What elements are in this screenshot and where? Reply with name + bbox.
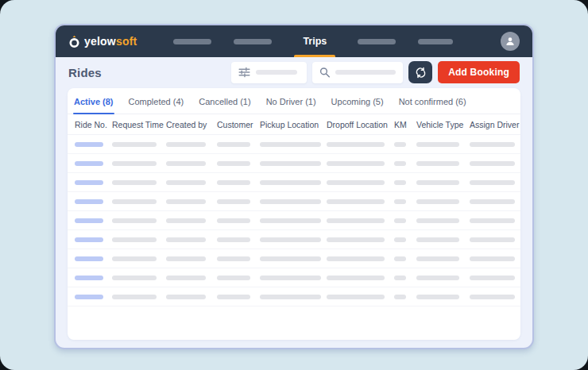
skeleton-bar <box>112 218 157 223</box>
skeleton-bar <box>217 180 250 185</box>
user-avatar[interactable] <box>501 32 520 51</box>
table-row-skeleton <box>68 268 520 287</box>
nav-item-placeholder[interactable] <box>234 39 272 44</box>
tab-no-driver-1[interactable]: No Driver (1) <box>265 97 317 114</box>
cell-skeleton <box>214 218 257 223</box>
skeleton-bar <box>75 295 103 299</box>
cell-skeleton <box>163 295 214 299</box>
tab-active-8[interactable]: Active (8) <box>73 97 114 114</box>
cell-skeleton <box>391 180 413 185</box>
skeleton-bar <box>394 256 406 261</box>
cell-skeleton <box>391 237 413 242</box>
cell-skeleton <box>466 218 516 223</box>
skeleton-bar <box>217 237 250 242</box>
table-row-skeleton <box>68 192 520 211</box>
skeleton-bar <box>394 276 406 280</box>
table-row-skeleton <box>68 154 520 173</box>
cell-skeleton <box>257 256 323 261</box>
skeleton-bar <box>166 199 206 204</box>
cell-skeleton <box>257 142 323 147</box>
cell-skeleton <box>257 295 323 299</box>
cell-skeleton <box>163 161 214 166</box>
skeleton-bar <box>260 237 321 242</box>
cell-skeleton <box>109 256 163 261</box>
skeleton-bar <box>416 295 459 299</box>
tab-upcoming-5[interactable]: Upcoming (5) <box>331 97 385 114</box>
skeleton-bar <box>217 161 250 166</box>
cell-skeleton <box>163 256 214 261</box>
skeleton-bar <box>327 180 385 185</box>
skeleton-bar <box>470 199 515 204</box>
cell-skeleton <box>163 218 214 223</box>
skeleton-bar <box>394 161 406 166</box>
cell-skeleton <box>257 180 323 185</box>
table-row-skeleton <box>68 211 520 230</box>
table-header-row: Ride No.Request TimeCreated byCustomerPi… <box>68 114 520 135</box>
column-header-km: KM <box>391 120 413 129</box>
logo-mark-icon <box>68 35 80 48</box>
cell-skeleton <box>413 295 466 299</box>
cell-skeleton <box>391 218 413 223</box>
cell-skeleton <box>413 180 466 185</box>
cell-skeleton <box>413 218 466 223</box>
skeleton-bar <box>394 142 406 147</box>
page-background: yelowsoft Trips Rides <box>0 0 588 370</box>
cell-skeleton <box>163 276 214 280</box>
nav-item-placeholder[interactable] <box>418 39 453 44</box>
cell-skeleton <box>413 276 466 280</box>
cell-skeleton <box>466 199 516 204</box>
skeleton-bar <box>470 256 515 261</box>
refresh-button[interactable] <box>408 61 432 83</box>
cell-skeleton <box>257 161 323 166</box>
skeleton-bar <box>327 276 385 280</box>
cell-skeleton <box>109 180 163 185</box>
table-row-skeleton <box>68 287 520 306</box>
cell-skeleton <box>109 276 163 280</box>
cell-skeleton <box>72 199 109 204</box>
page-title: Rides <box>68 66 102 79</box>
skeleton-bar <box>394 180 406 185</box>
cell-skeleton <box>109 142 163 147</box>
skeleton-bar <box>416 256 459 261</box>
tab-not-confirmed-6[interactable]: Not confirmed (6) <box>398 97 467 114</box>
skeleton-bar <box>416 237 459 242</box>
skeleton-bar <box>75 180 103 185</box>
skeleton-bar <box>217 276 250 280</box>
skeleton-bar <box>75 256 103 261</box>
table-row-skeleton <box>68 249 520 268</box>
cell-skeleton <box>72 180 109 185</box>
cell-skeleton <box>323 256 391 261</box>
skeleton-bar <box>416 199 459 204</box>
skeleton-bar <box>470 161 515 166</box>
nav-item-placeholder[interactable] <box>173 39 211 44</box>
sliders-filter-icon <box>238 67 250 78</box>
tab-cancelled-1[interactable]: Cancelled (1) <box>198 97 251 114</box>
cell-skeleton <box>214 161 257 166</box>
brand-logo: yelowsoft <box>68 35 137 48</box>
cell-skeleton <box>214 276 257 280</box>
skeleton-bar <box>260 161 321 166</box>
nav-item-placeholder[interactable] <box>358 39 396 44</box>
cell-skeleton <box>257 276 323 280</box>
skeleton-bar <box>394 218 406 223</box>
cell-skeleton <box>413 256 466 261</box>
cell-skeleton <box>391 276 413 280</box>
add-booking-button[interactable]: Add Booking <box>438 61 520 83</box>
cell-skeleton <box>72 218 109 223</box>
cell-skeleton <box>257 237 323 242</box>
cell-skeleton <box>109 237 163 242</box>
column-header-request-time: Request Time <box>109 120 163 129</box>
search-input[interactable] <box>312 62 403 83</box>
nav-menu: Trips <box>173 25 453 57</box>
skeleton-bar <box>217 295 250 299</box>
cell-skeleton <box>214 295 257 299</box>
skeleton-bar <box>327 218 385 223</box>
nav-item-trips[interactable]: Trips <box>294 25 335 57</box>
filter-input[interactable] <box>231 62 307 83</box>
skeleton-bar <box>394 295 406 299</box>
skeleton-bar <box>416 276 459 280</box>
cell-skeleton <box>163 237 214 242</box>
column-header-dropoff-location: Dropoff Location <box>323 120 391 129</box>
tab-completed-4[interactable]: Completed (4) <box>128 97 185 114</box>
skeleton-bar <box>416 180 459 185</box>
